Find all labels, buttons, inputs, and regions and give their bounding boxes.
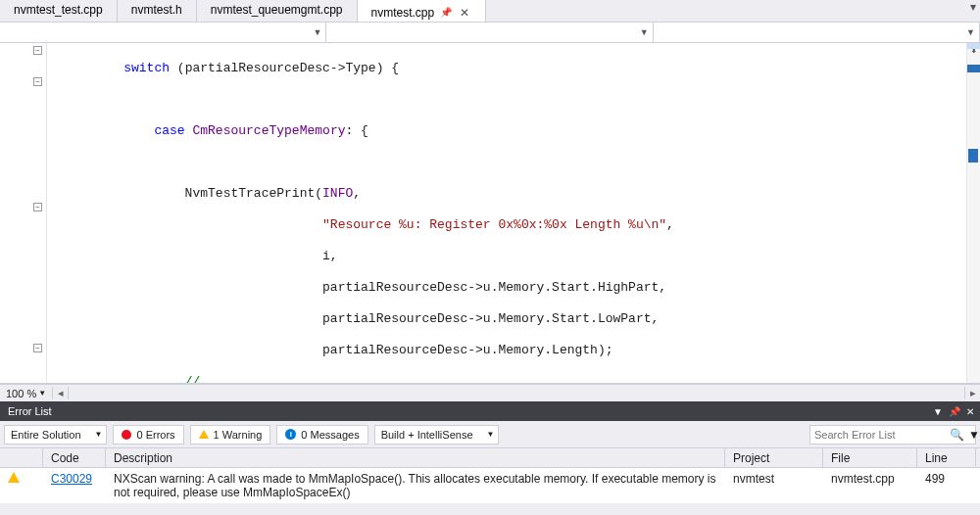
chevron-down-icon: ▼ [966, 27, 975, 37]
col-file[interactable]: File [823, 448, 917, 467]
scroll-left-icon[interactable]: ◂ [53, 387, 69, 399]
warning-icon [8, 472, 20, 483]
nav-type-dropdown[interactable]: ▼ [326, 23, 653, 42]
row-code-cell: C30029 [43, 472, 106, 486]
navigation-bar: ▼ ▼ ▼ [0, 22, 980, 43]
source-filter-value: Build + IntelliSense [381, 429, 473, 441]
pin-icon[interactable]: 📌 [440, 7, 452, 18]
col-line[interactable]: Line [917, 448, 976, 467]
pin-icon[interactable]: 📌 [949, 406, 960, 417]
tab-nvmtest-h[interactable]: nvmtest.h [118, 0, 197, 22]
scope-value: Entire Solution [11, 429, 81, 441]
warnings-count: 1 Warning [214, 429, 263, 441]
editor-tab-bar: nvmtest_test.cpp nvmtest.h nvmtest_queue… [0, 0, 980, 22]
error-search-input[interactable] [814, 429, 950, 441]
row-severity-cell [0, 472, 43, 486]
col-description[interactable]: Description [106, 448, 725, 467]
code-editor[interactable]: − − − − switch (partialResourceDesc->Typ… [0, 43, 980, 384]
scope-dropdown[interactable]: Entire Solution ▼ [4, 425, 107, 445]
row-description-cell: NXScan warning: A call was made to MmMap… [106, 472, 725, 499]
tab-nvmtest-test-cpp[interactable]: nvmtest_test.cpp [0, 0, 118, 22]
nav-scope-dropdown[interactable]: ▼ [0, 23, 326, 42]
error-list-toolbar: Entire Solution ▼ 0 Errors 1 Warning i 0… [0, 421, 980, 448]
col-icon[interactable] [0, 448, 43, 467]
chevron-down-icon: ▼ [968, 428, 980, 442]
error-icon [122, 430, 131, 440]
warnings-filter-button[interactable]: 1 Warning [190, 425, 271, 445]
overview-caret-mark [967, 65, 980, 72]
chevron-down-icon: ▼ [95, 430, 103, 439]
zoom-value: 100 % [6, 388, 36, 399]
chevron-down-icon: ▼ [640, 27, 649, 37]
messages-filter-button[interactable]: i 0 Messages [276, 425, 368, 445]
error-list-title-bar: Error List ▼ 📌 ✕ [0, 401, 980, 421]
tab-label: nvmtest.cpp [371, 6, 435, 20]
source-filter-dropdown[interactable]: Build + IntelliSense ▼ [374, 425, 500, 445]
search-icon: 🔍 [950, 428, 964, 442]
close-icon[interactable]: ✕ [458, 6, 471, 20]
zoom-dropdown[interactable]: 100 % ▼ [0, 388, 52, 399]
col-code[interactable]: Code [43, 448, 106, 467]
row-project-cell: nvmtest [725, 472, 823, 486]
chevron-down-icon: ▼ [38, 389, 46, 398]
overview-highlight-mark [968, 149, 978, 163]
fold-toggle[interactable]: − [33, 46, 42, 55]
row-line-cell: 499 [917, 472, 976, 486]
editor-gutter: − − − − [0, 43, 47, 383]
row-file-cell: nvmtest.cpp [823, 472, 917, 486]
fold-toggle[interactable]: − [33, 344, 42, 352]
messages-count: 0 Messages [301, 429, 359, 441]
errors-filter-button[interactable]: 0 Errors [113, 425, 183, 445]
code-area[interactable]: switch (partialResourceDesc->Type) { cas… [47, 43, 966, 383]
error-search-box[interactable]: 🔍 ▼ [809, 425, 976, 445]
grid-header: Code Description Project File Line [0, 448, 980, 468]
fold-toggle[interactable]: − [33, 203, 42, 211]
fold-toggle[interactable]: − [33, 77, 42, 86]
errors-count: 0 Errors [136, 429, 174, 441]
horizontal-scrollbar[interactable]: ◂ ▸ [52, 387, 980, 399]
tab-nvmtest-cpp[interactable]: nvmtest.cpp 📌 ✕ [358, 0, 487, 22]
nav-member-dropdown[interactable]: ▼ [654, 23, 980, 42]
error-list-grid: Code Description Project File Line C3002… [0, 448, 980, 503]
error-row[interactable]: C30029 NXScan warning: A call was made t… [0, 468, 980, 503]
overview-scroll-top [967, 43, 980, 49]
chevron-down-icon: ▼ [313, 27, 321, 37]
scroll-right-icon[interactable]: ▸ [964, 387, 980, 399]
warning-icon [199, 430, 209, 439]
panel-title: Error List [8, 405, 52, 417]
chevron-down-icon: ▼ [487, 430, 495, 439]
tab-overflow-button[interactable]: ▾ [966, 0, 980, 22]
error-code-link[interactable]: C30029 [51, 472, 92, 486]
editor-footer-bar: 100 % ▼ ◂ ▸ [0, 384, 980, 401]
tab-nvmtest-queuemgmt-cpp[interactable]: nvmtest_queuemgmt.cpp [197, 0, 358, 22]
dropdown-icon[interactable]: ▼ [933, 406, 943, 417]
info-icon: i [285, 429, 296, 440]
close-icon[interactable]: ✕ [966, 406, 974, 417]
col-project[interactable]: Project [725, 448, 823, 467]
overview-ruler[interactable]: ⬍ [966, 43, 980, 383]
